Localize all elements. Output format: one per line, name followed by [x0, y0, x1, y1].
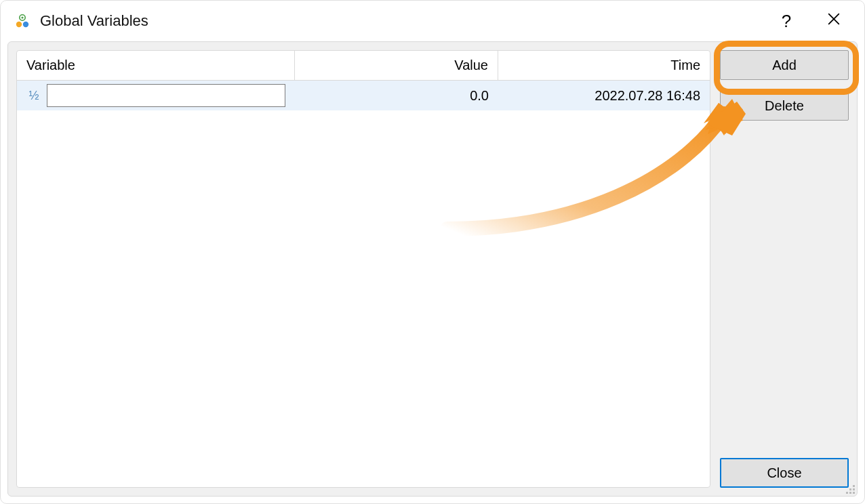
column-header-variable[interactable]: Variable: [17, 51, 295, 80]
close-icon: [826, 12, 841, 30]
spacer: [720, 131, 849, 458]
side-button-column: Add Delete Close: [720, 50, 849, 488]
table-row[interactable]: ½ 0.0 2022.07.28 16:48: [17, 81, 710, 110]
help-button[interactable]: ?: [763, 5, 810, 37]
add-button[interactable]: Add: [720, 50, 849, 80]
svg-point-1: [23, 22, 28, 27]
cell-time: 2022.07.28 16:48: [498, 81, 710, 110]
table-header-row: Variable Value Time: [17, 51, 710, 81]
window-title: Global Variables: [40, 12, 763, 30]
svg-point-0: [16, 22, 22, 27]
resize-grip[interactable]: [845, 484, 856, 495]
app-icon: [14, 13, 31, 29]
close-button[interactable]: Close: [720, 458, 849, 488]
titlebar: Global Variables ?: [1, 1, 864, 41]
global-variables-dialog: Global Variables ? Variable Value Time ½: [0, 0, 865, 504]
variables-table: Variable Value Time ½ 0.0 2022.07.28 16:…: [16, 50, 710, 488]
cell-variable: ½: [17, 81, 295, 110]
close-window-button[interactable]: [810, 5, 858, 37]
cell-value[interactable]: 0.0: [295, 81, 498, 110]
window-controls: ?: [763, 5, 858, 37]
svg-point-3: [21, 16, 23, 18]
column-header-value[interactable]: Value: [295, 51, 498, 80]
fraction-icon: ½: [26, 89, 41, 102]
column-header-time[interactable]: Time: [498, 51, 710, 80]
dialog-client-area: Variable Value Time ½ 0.0 2022.07.28 16:…: [7, 41, 858, 497]
variable-name-input[interactable]: [47, 84, 285, 107]
table-body: ½ 0.0 2022.07.28 16:48: [17, 81, 710, 110]
delete-button[interactable]: Delete: [720, 91, 849, 121]
